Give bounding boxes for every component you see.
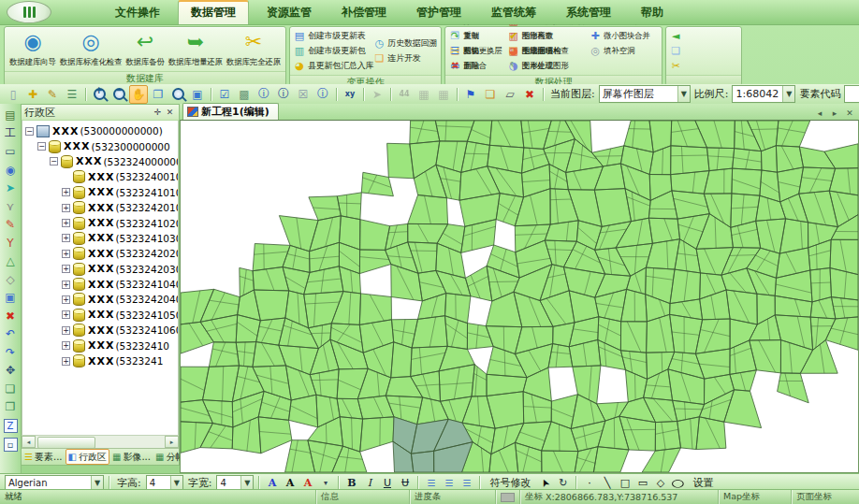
panel-tab-要素[interactable]: ☰要素... [22,450,65,464]
feature-code-combo[interactable]: ▼ [844,85,859,103]
ribbon-button[interactable]: ❏连片开发 [373,51,437,65]
info2-icon[interactable]: ⓘ [274,85,293,104]
add-icon[interactable]: ✚ [23,85,42,104]
expand-icon[interactable]: + [62,234,70,242]
settings-button[interactable]: 设置 [688,475,718,491]
ribbon-button[interactable]: ➥数据库增量还原 [167,31,224,68]
ribbon-button[interactable]: ▥创建市级更新包 [294,44,373,58]
rect-tool-icon[interactable]: □ [617,475,633,491]
tree-node[interactable]: +XXX(532324101000 [25,185,178,200]
ribbon-button[interactable]: ✂ [670,59,681,73]
expand-icon[interactable]: + [62,204,70,212]
pan-icon[interactable]: ✋ [129,85,148,104]
chevron-down-icon[interactable]: ▼ [170,476,182,489]
zoom-out-icon[interactable] [109,85,128,104]
tree-node[interactable]: +XXX(532324201000 [25,200,178,215]
ribbon-button[interactable]: ↩数据库备份 [124,31,166,68]
xy-coordinate-icon[interactable]: xy [341,85,359,104]
close-panel-icon[interactable]: ✕ [164,107,176,118]
current-layer-combo[interactable]: 屏幕作图层▼ [599,85,691,103]
symbol-edit-button[interactable]: 符号修改 [485,475,535,491]
document-tab[interactable]: 新工程1(编辑) [182,103,279,120]
refresh-icon[interactable]: ▩ [235,85,254,104]
clear-select-icon[interactable]: ☒ [294,85,313,104]
new-doc-icon[interactable]: ▯ [4,85,22,104]
selected-parcel[interactable] [393,417,473,472]
ellipse-tool-icon[interactable]: ○ [670,475,686,491]
app-logo-orb[interactable] [7,1,51,23]
tree-node[interactable]: +XXX(532324106000 [25,323,178,338]
list-icon[interactable]: ☰ [63,85,81,104]
ribbon-button[interactable]: ◉数据建库向导 [8,31,57,68]
menu-tab-1[interactable]: 文件操作 [103,2,172,24]
tree-horizontal-scrollbar[interactable]: ◂ ▸ [22,435,179,448]
point-tool-icon[interactable]: · [581,475,597,491]
tree-node[interactable]: +XXX(532324103000 [25,231,178,246]
diamond-tool-icon[interactable]: ◇ [652,475,668,491]
cursor-arrow-icon[interactable]: ➤ [537,475,553,491]
ribbon-button[interactable]: ▥地物属性批量修改 [508,24,584,28]
edit-check-icon[interactable]: ☑ [215,85,234,104]
ribbon-button[interactable]: ✔图形检查 [508,29,584,43]
chevron-down-icon[interactable]: ▼ [677,86,690,102]
layer-swap-icon[interactable]: ❐ [2,398,19,415]
branch-icon[interactable]: ⋎ [2,198,19,215]
menu-tab-4[interactable]: 补偿管理 [329,2,399,24]
scroll-track[interactable] [36,437,165,447]
tree-node[interactable]: +XXX(532324202000 [25,246,178,261]
pin-icon[interactable]: ✛ [152,107,164,118]
note-icon[interactable]: ✎ [43,85,62,104]
measure-icon[interactable]: 44 [395,85,414,104]
font-color-dropdown-icon[interactable]: ▾ [317,475,333,491]
layer-up-icon[interactable]: ❏ [2,381,19,397]
ribbon-button[interactable]: ◕生成面结构 [508,44,584,58]
ribbon-button[interactable]: ↶撤销 [449,24,502,28]
tree-node[interactable]: +XXX(5323241040 [25,277,178,292]
diamond-icon[interactable]: ◇ [2,271,19,288]
ribbon-button[interactable]: ✂数据库完全还原 [226,31,282,68]
layers-icon[interactable]: ❏ [481,85,500,104]
collapse-icon[interactable]: − [37,142,46,151]
node-edit-icon[interactable]: Y [2,235,19,252]
full-extent-icon[interactable]: ❐ [149,85,167,104]
ribbon-button[interactable]: ☰图块更换层 [449,44,502,58]
collapse-icon[interactable]: − [50,157,58,166]
ribbon-button[interactable]: ◷历史数据回溯 [373,36,437,50]
tree-node[interactable]: +XXX(5323242040 [25,292,178,307]
align-left-icon[interactable]: ☰ [423,475,439,491]
chevron-down-icon[interactable]: ▼ [240,476,253,489]
menu-tab-6[interactable]: 监管统筹 [479,2,548,24]
scroll-left-icon[interactable]: ◂ [22,436,36,448]
move-icon[interactable]: ✥ [2,362,19,379]
ribbon-button[interactable]: ❐复制 [449,29,502,43]
expand-icon[interactable]: + [62,310,70,319]
align-center-icon[interactable]: ☰ [441,475,457,491]
close-tab-icon[interactable]: ✕ [844,108,855,118]
red-pen-icon[interactable]: ✎ [2,216,19,233]
undo-side-icon[interactable]: ↶ [2,325,19,342]
scroll-right-icon[interactable]: ▸ [165,436,179,448]
font-color-blue-icon[interactable]: A [264,475,280,491]
next-tab-icon[interactable]: ▸ [829,108,840,118]
rotate-icon[interactable]: ↻ [555,475,571,491]
menu-tab-2[interactable]: 数据管理 [178,0,249,24]
tree-node[interactable]: +XXX(5323242030 [25,262,178,277]
chevron-down-icon[interactable]: ▼ [91,476,103,489]
ribbon-button[interactable]: ▭面融合 [449,59,502,73]
expand-icon[interactable]: + [62,357,70,366]
ribbon-button[interactable]: ◕县更新包汇总入库 [294,59,373,73]
menu-tab-3[interactable]: 资源监管 [255,2,324,24]
eye-icon[interactable]: ◉ [2,162,19,179]
ribbon-button[interactable]: ✚微小图块合并 [590,29,658,43]
ribbon-button[interactable]: ◑文本生成图形 [508,59,584,73]
image-icon[interactable]: ▣ [188,85,207,104]
menu-tab-5[interactable]: 管护管理 [404,2,473,24]
scale-combo[interactable]: 1:68042▼ [732,85,795,103]
tree-node[interactable]: +XXX(532324102000 [25,215,178,230]
survey-icon[interactable]: ▤ [2,107,19,123]
text-height-icon[interactable]: 工 [2,125,19,142]
font-color-black-icon[interactable]: A [282,475,298,491]
info3-icon[interactable]: ⓘ [313,85,332,104]
expand-icon[interactable]: + [62,265,70,273]
line-tool-icon[interactable]: ╲ [599,475,615,491]
